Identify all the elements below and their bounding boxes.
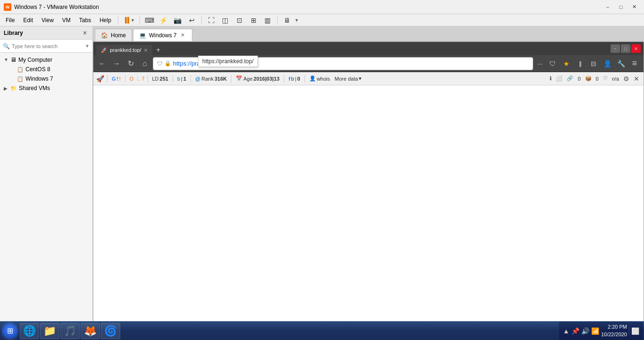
send-ctrlaltdel-btn[interactable]: ⌨ bbox=[143, 15, 156, 25]
ff-home-btn[interactable]: ⌂ bbox=[139, 58, 151, 70]
url-tooltip-text: https://prankked.top/ bbox=[202, 58, 254, 65]
mediaplayer-icon: 🎵 bbox=[64, 325, 76, 337]
close-button[interactable]: ✕ bbox=[628, 2, 640, 12]
tray-icon-1: 📌 bbox=[571, 327, 579, 335]
ff-star-btn[interactable]: ★ bbox=[560, 58, 572, 70]
alexa-close-button[interactable]: ✕ bbox=[632, 75, 641, 83]
pause-button-group[interactable]: ▼ bbox=[123, 16, 137, 25]
ff-url-more-btn[interactable]: ··· bbox=[535, 60, 545, 67]
alexa-cal-btn[interactable]: 📅 Age 2016|03|13 bbox=[234, 75, 281, 82]
alexa-share-btn[interactable]: ⬜ bbox=[554, 75, 564, 82]
ff-forward-btn[interactable]: → bbox=[110, 58, 123, 70]
dropdown-icon: ▼ bbox=[295, 18, 299, 23]
search-input[interactable] bbox=[12, 43, 83, 49]
alexa-open-site-btn[interactable]: O bbox=[128, 76, 135, 82]
show-desktop-btn[interactable]: ⬜ bbox=[629, 327, 639, 335]
ff-close-btn[interactable]: ✕ bbox=[631, 44, 641, 53]
fb-sep2: | bbox=[295, 76, 297, 82]
display-btn[interactable]: 🖥 bbox=[281, 15, 294, 25]
ff-shield-icon: 🛡 bbox=[157, 60, 163, 67]
taskbar-edge-btn[interactable]: 🌀 bbox=[101, 323, 120, 339]
close-sidebar-button[interactable]: ✕ bbox=[81, 29, 89, 37]
alexa-whois-btn[interactable]: 👤 whois bbox=[308, 75, 331, 82]
unity-btn[interactable]: ◫ bbox=[219, 15, 232, 25]
menu-file[interactable]: File bbox=[2, 16, 18, 25]
windows7-tab-close[interactable]: ✕ bbox=[180, 32, 186, 39]
taskbar-explorer-btn[interactable]: 📁 bbox=[40, 323, 59, 339]
windows7-icon: 📋 bbox=[17, 76, 24, 82]
sidebar-tree: ▼ 🖥 My Computer 📋 CentOS 8 📋 Windows 7 ▶… bbox=[0, 53, 92, 340]
ff-minimize-btn[interactable]: − bbox=[611, 44, 620, 53]
ff-toolbar-icons: 🛡 ★ ||| ⊟ 👤 🔧 ≡ bbox=[546, 58, 641, 70]
firefox-taskbar-icon: 🦊 bbox=[84, 325, 97, 337]
taskbar-firefox-btn[interactable]: 🦊 bbox=[81, 323, 100, 339]
fb-value: 0 bbox=[297, 76, 300, 82]
search-dropdown-arrow[interactable]: ▼ bbox=[85, 43, 90, 49]
user-icon: 👤 bbox=[309, 75, 316, 82]
ff-content-area[interactable] bbox=[93, 85, 644, 340]
ff-new-tab-button[interactable]: + bbox=[153, 45, 164, 55]
ff-tab-prankked[interactable]: 🚀 prankked.top/ ✕ bbox=[96, 45, 152, 55]
ff-shield-toolbar-btn[interactable]: 🛡 bbox=[546, 58, 559, 70]
snapshot-btn[interactable]: 📷 bbox=[171, 15, 184, 25]
alexa-link-btn[interactable]: 🔗 bbox=[565, 75, 575, 82]
alexa-right-controls: ℹ ⬜ 🔗 0 📦 0 ♡ n/a ⚙ ✕ bbox=[548, 75, 641, 83]
sidebar-item-centos8[interactable]: 📋 CentOS 8 bbox=[0, 65, 92, 74]
menu-view[interactable]: View bbox=[38, 16, 58, 25]
alexa-archive-btn[interactable]: 📦 bbox=[584, 75, 593, 82]
taskbar-ie-btn[interactable]: 🌐 bbox=[20, 323, 39, 339]
ff-tab-area: 🚀 prankked.top/ ✕ + bbox=[96, 42, 609, 55]
ff-library-btn[interactable]: ||| bbox=[574, 58, 586, 70]
tray-network-status-icon[interactable]: 📶 bbox=[591, 327, 599, 335]
ff-refresh-btn[interactable]: ↻ bbox=[124, 58, 137, 70]
taskbar-mediaplayer-btn[interactable]: 🎵 bbox=[60, 323, 80, 339]
tray-network-icon[interactable]: ▲ bbox=[563, 327, 570, 335]
menu-help[interactable]: Help bbox=[96, 16, 115, 25]
sidebar-item-shared-vms[interactable]: ▶ 📁 Shared VMs bbox=[0, 83, 92, 93]
edge-taskbar-icon: 🌀 bbox=[104, 325, 117, 337]
app-icon: W bbox=[4, 3, 11, 11]
ff-tab-close-btn[interactable]: ✕ bbox=[144, 48, 148, 53]
alexa-moredata-btn[interactable]: More data ▾ bbox=[333, 75, 363, 82]
ff-maximize-btn[interactable]: □ bbox=[621, 44, 630, 53]
console-view-btn[interactable]: ▥ bbox=[261, 15, 274, 25]
menu-vm[interactable]: VM bbox=[58, 16, 74, 25]
tray-clock[interactable]: 2:20 PM 10/22/2020 bbox=[601, 323, 627, 338]
sidebar-search-bar[interactable]: 🔍 ▼ bbox=[0, 40, 92, 53]
minimize-button[interactable]: − bbox=[602, 2, 614, 12]
menu-edit[interactable]: Edit bbox=[19, 16, 37, 25]
maximize-button[interactable]: □ bbox=[615, 2, 627, 12]
power-btn[interactable]: ⚡ bbox=[157, 15, 170, 25]
sidebar-header: Library ✕ bbox=[0, 26, 92, 40]
alexa-info-btn[interactable]: ℹ bbox=[548, 75, 553, 82]
alexa-rank-btn[interactable]: @ Rank 316K bbox=[194, 76, 228, 82]
tab-home[interactable]: 🏠 Home bbox=[95, 29, 132, 41]
alexa-fb-btn[interactable]: f b | 0 bbox=[287, 76, 302, 82]
ff-back-btn[interactable]: ← bbox=[96, 58, 108, 70]
fullscreen-btn[interactable]: ⛶ bbox=[205, 15, 218, 25]
toolbar-sep-1 bbox=[140, 16, 140, 25]
ff-lock-icon: 🔒 bbox=[165, 60, 171, 66]
alexa-google-btn[interactable]: G ! ! bbox=[110, 76, 122, 82]
alexa-gear-button[interactable]: ⚙ bbox=[622, 75, 631, 83]
alexa-ld-btn[interactable]: LD 251 bbox=[151, 76, 170, 82]
sidebar-item-windows7[interactable]: 📋 Windows 7 bbox=[0, 74, 92, 83]
sidebar-item-my-computer[interactable]: ▼ 🖥 My Computer bbox=[0, 55, 92, 65]
ff-synced-btn[interactable]: ⊟ bbox=[587, 58, 600, 70]
fit-guest-btn[interactable]: ⊡ bbox=[233, 15, 246, 25]
cal-icon: 📅 bbox=[236, 75, 242, 82]
ff-tab-favicon: 🚀 bbox=[101, 47, 107, 53]
start-button[interactable]: ⊞ bbox=[1, 323, 19, 340]
ff-account-btn[interactable]: 👤 bbox=[601, 58, 613, 70]
menu-tabs[interactable]: Tabs bbox=[75, 16, 95, 25]
ff-extensions-btn[interactable]: 🔧 bbox=[615, 58, 627, 70]
home-tab-icon: 🏠 bbox=[101, 32, 108, 39]
revert-btn[interactable]: ↩ bbox=[185, 15, 198, 25]
tab-windows7[interactable]: 💻 Windows 7 ✕ bbox=[133, 29, 192, 41]
tray-volume-icon[interactable]: 🔊 bbox=[581, 327, 589, 335]
start-icon: ⊞ bbox=[7, 326, 13, 335]
alexa-bing-btn[interactable]: b | 1 bbox=[176, 76, 188, 82]
ff-menu-btn[interactable]: ≡ bbox=[628, 58, 641, 70]
ld-value: 251 bbox=[160, 76, 168, 82]
fit-window-btn[interactable]: ⊞ bbox=[247, 15, 260, 25]
